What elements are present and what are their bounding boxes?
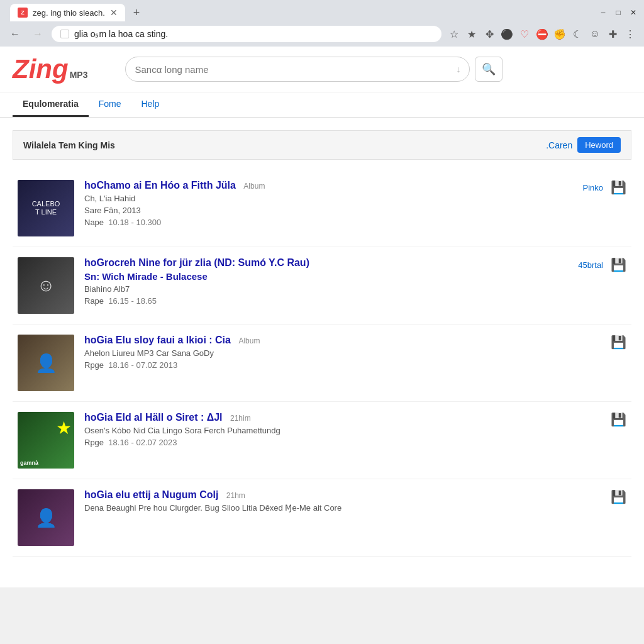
- song-item: 👤 hoGia Elu sloy faui a lkioi : Cia Albu…: [13, 325, 631, 402]
- nav-item-fome[interactable]: Fome: [89, 92, 131, 117]
- song-actions: 💾: [611, 335, 626, 350]
- song-item: gamnà ★ hoGia Eld al Häll o Siret : ΔJl …: [13, 402, 631, 479]
- section-title: Wilalela Tem King Mis: [23, 140, 115, 150]
- song-list: CALEBO T LINE hoChamo ai En Hóo a Fitth …: [13, 170, 631, 557]
- action-link[interactable]: Pinko: [582, 183, 603, 192]
- song-title: hoChamo ai En Hóo a Fitth Jüla Album: [84, 180, 572, 191]
- song-actions: 💾: [611, 489, 626, 504]
- bookmark-filled-icon[interactable]: ★: [464, 26, 479, 42]
- search-box[interactable]: ↓: [125, 57, 470, 82]
- url-box[interactable]: glia o₅m la hoa ca sting.: [52, 26, 441, 42]
- tab-bar: Z zeg. ing thio sleach. ✕ +: [5, 4, 150, 21]
- menu-icon[interactable]: ⋮: [623, 26, 638, 42]
- site-nav: Equlomeratia Fome Help: [0, 92, 644, 118]
- url-text: glia o₅m la hoa ca sting.: [74, 29, 433, 39]
- song-title: hoGrocreh Nine for jür zlia (ND: Sumó Y.…: [84, 257, 568, 269]
- song-thumbnail: 👤: [18, 335, 74, 391]
- bell-icon[interactable]: ✊: [552, 26, 567, 42]
- action-link[interactable]: 45brtal: [578, 260, 603, 270]
- minimize-button[interactable]: –: [597, 7, 609, 18]
- song-title: hoGia Elu sloy faui a lkioi : Cia Album: [84, 335, 601, 346]
- caren-link[interactable]: .Caren: [546, 140, 572, 150]
- song-info: hoGia elu ettij a Nugum Colj 21hm Dena B…: [84, 489, 601, 515]
- globe-icon[interactable]: ⚫: [499, 26, 514, 42]
- page-content: Zing MP3 ↓ 🔍 Equlomeratia Fome Help Wila…: [0, 47, 644, 587]
- song-title: hoGia Eld al Häll o Siret : ΔJl 21him: [84, 412, 601, 423]
- download-icon[interactable]: 💾: [611, 335, 626, 350]
- song-actions: 45brtal 💾: [578, 257, 626, 272]
- song-subtitle: Osen's Kóbo Nid Cia Lingo Sora Ferch Puh…: [84, 426, 601, 435]
- new-tab-button[interactable]: +: [128, 4, 145, 21]
- song-title: hoGia elu ettij a Nugum Colj 21hm: [84, 489, 601, 501]
- heword-button[interactable]: Heword: [577, 137, 621, 153]
- emoji-icon[interactable]: ☺: [587, 26, 602, 42]
- song-meta: Rpge 18.16 - 07.0Z 2013: [84, 360, 601, 370]
- song-info: hoGrocreh Nine for jür zlia (ND: Sumó Y.…: [84, 257, 568, 306]
- bookmark-icon[interactable]: ☆: [447, 26, 462, 42]
- main-content: Wilalela Tem King Mis .Caren Heword CALE…: [0, 118, 644, 569]
- search-input[interactable]: [135, 64, 451, 75]
- heart-icon[interactable]: ♡: [517, 26, 532, 42]
- song-meta: Nape 10.18 - 10.300: [84, 218, 572, 227]
- song-info: hoGia Eld al Häll o Siret : ΔJl 21him Os…: [84, 412, 601, 447]
- window-controls: – □ ✕: [597, 7, 639, 18]
- search-button[interactable]: 🔍: [475, 57, 502, 82]
- song-meta: Rape 16.15 - 18.65: [84, 296, 568, 306]
- browser-toolbar: ☆ ★ ✥ ⚫ ♡ ⛔ ✊ ☾ ☺ ✚ ⋮: [447, 26, 638, 42]
- tab-title: zeg. ing thio sleach.: [33, 8, 105, 18]
- song-thumbnail: 👤: [18, 489, 74, 546]
- song-meta: Rpge 18.16 - 02.07 2023: [84, 438, 601, 447]
- song-thumbnail: CALEBO T LINE: [18, 180, 74, 236]
- title-bar: Z zeg. ing thio sleach. ✕ + – □ ✕: [0, 0, 644, 21]
- back-button[interactable]: ←: [6, 25, 24, 43]
- song-thumbnail: gamnà ★: [18, 412, 74, 469]
- song-item: ☺ hoGrocreh Nine for jür zlia (ND: Sumó …: [13, 247, 631, 325]
- download-icon[interactable]: 💾: [611, 412, 626, 427]
- site-logo: Zing MP3: [13, 54, 87, 84]
- active-tab[interactable]: Z zeg. ing thio sleach. ✕: [10, 4, 125, 21]
- song-actions: 💾: [611, 412, 626, 427]
- download-icon[interactable]: 💾: [611, 180, 626, 195]
- song-subtitle: Ch, L'ia Hahid: [84, 194, 572, 203]
- search-dropdown-icon[interactable]: ↓: [456, 64, 460, 74]
- nav-item-help[interactable]: Help: [131, 92, 170, 117]
- song-album: Sare Fân, 2013: [84, 206, 572, 215]
- close-button[interactable]: ✕: [628, 7, 639, 18]
- song-subtitle: Biahino Alb7: [84, 284, 568, 294]
- search-container: ↓ 🔍: [125, 57, 502, 82]
- shield-icon[interactable]: ⛔: [535, 26, 550, 42]
- song-info: hoChamo ai En Hóo a Fitth Jüla Album Ch,…: [84, 180, 572, 227]
- add-icon[interactable]: ✚: [605, 26, 620, 42]
- section-actions: .Caren Heword: [546, 137, 621, 153]
- maximize-button[interactable]: □: [613, 7, 624, 18]
- forward-button: →: [29, 25, 47, 43]
- site-favicon: [60, 30, 69, 38]
- download-icon[interactable]: 💾: [611, 489, 626, 504]
- song-subtitle: Dena Beaughi Pre hou Clurgder. Bug Slioo…: [84, 503, 601, 513]
- site-header: Zing MP3 ↓ 🔍: [0, 47, 644, 92]
- section-header: Wilalela Tem King Mis .Caren Heword: [13, 130, 631, 160]
- logo-mp3: MP3: [70, 70, 88, 80]
- moon-icon[interactable]: ☾: [570, 26, 585, 42]
- song-title2: Sn: Wich Mirade - Bulacese: [84, 271, 568, 282]
- song-info: hoGia Elu sloy faui a lkioi : Cia Album …: [84, 335, 601, 370]
- tab-close-button[interactable]: ✕: [110, 8, 118, 18]
- extensions-icon[interactable]: ✥: [482, 26, 497, 42]
- nav-item-equlomeratia[interactable]: Equlomeratia: [13, 92, 89, 117]
- tab-favicon: Z: [18, 8, 28, 18]
- logo-zing: Zing: [13, 54, 69, 84]
- download-icon[interactable]: 💾: [611, 257, 626, 272]
- address-bar: ← → glia o₅m la hoa ca sting. ☆ ★ ✥ ⚫ ♡ …: [0, 21, 644, 47]
- song-item: 👤 hoGia elu ettij a Nugum Colj 21hm Dena…: [13, 479, 631, 557]
- song-actions: Pinko 💾: [582, 180, 626, 195]
- browser-frame: Z zeg. ing thio sleach. ✕ + – □ ✕ ← → gl…: [0, 0, 644, 587]
- song-thumbnail: ☺: [18, 257, 74, 314]
- song-subtitle: Ahelon Liureu MP3 Car Sana GoDy: [84, 348, 601, 358]
- song-item: CALEBO T LINE hoChamo ai En Hóo a Fitth …: [13, 170, 631, 247]
